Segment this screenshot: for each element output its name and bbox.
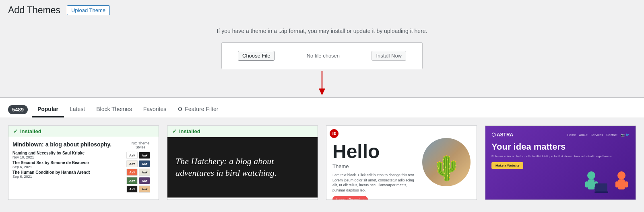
post-title-1: Naming and Necessity by Saul Kripke: [12, 151, 122, 155]
tab-feature-filter[interactable]: ⚙ Feature Filter: [172, 102, 224, 117]
astra-logo-text: ASTRA: [497, 132, 513, 138]
svg-rect-9: [618, 179, 625, 189]
post-date-1: Nov 10, 2021: [12, 155, 122, 159]
theme-count-badge: 5489: [8, 105, 28, 114]
swatch-label: No: Theme Styles: [126, 141, 155, 149]
swatch[interactable]: Aa▾: [126, 160, 138, 167]
swatch[interactable]: Aa▾: [126, 169, 138, 176]
card-4-content: ⬡ ASTRA Home About Services Contact 📷 🐦 …: [485, 126, 636, 200]
launch-project-button[interactable]: Launch Project →: [332, 196, 368, 200]
upload-section: If you have a theme in a .zip format, yo…: [0, 20, 644, 97]
tab-popular[interactable]: Popular: [32, 102, 64, 117]
card-1-content: Mindblown: a blog about philosophy. Nami…: [8, 137, 159, 198]
swatch[interactable]: Aa▾: [139, 160, 150, 167]
astra-logo: ⬡ ASTRA: [491, 132, 513, 138]
upload-box: Choose File No file chosen Install Now: [221, 42, 423, 69]
plant-icon: 🌵: [431, 154, 462, 182]
post-date-3: Sep 6, 2021: [12, 175, 122, 179]
card-2-content: The Hatchery: a blog about adventures in…: [167, 137, 318, 198]
swatch[interactable]: Aa▾: [139, 169, 150, 176]
tab-favorites[interactable]: Favorites: [138, 102, 172, 117]
theme-card-twenty-twenty-one[interactable]: ✓ Installed Mindblown: a blog about phil…: [8, 126, 159, 200]
swatch-row-5: Aa▾ Aa▾: [126, 185, 155, 193]
theme-card-hello[interactable]: IE Hello Theme I am text block. Click ed…: [326, 126, 477, 200]
theme-card-hatchery[interactable]: ✓ Installed The Hatchery: a blog about a…: [167, 126, 318, 200]
svg-rect-7: [594, 191, 608, 193]
card-3-subtitle: Theme: [332, 163, 418, 169]
card-2-title: The Hatchery: a blog about adventures in…: [175, 156, 310, 179]
card-3-main: IE Hello Theme I am text block. Click ed…: [332, 132, 418, 200]
card-4-top-bar: ⬡ ASTRA Home About Services Contact 📷 🐦: [491, 132, 630, 138]
illustration-svg: [579, 163, 636, 200]
upload-theme-button[interactable]: Upload Theme: [67, 5, 110, 15]
swatch[interactable]: Aa▾: [126, 185, 138, 193]
swatch-row-3: Aa▾ Aa▾: [126, 169, 155, 176]
svg-rect-11: [625, 181, 628, 187]
card-1-posts: Naming and Necessity by Saul Kripke Nov …: [12, 151, 122, 179]
card-4-title: Your idea matters: [491, 142, 630, 152]
nav-contact: Contact: [606, 133, 617, 137]
card-3-content: IE Hello Theme I am text block. Click ed…: [326, 126, 477, 200]
theme-card-astra[interactable]: ⬡ ASTRA Home About Services Contact 📷 🐦 …: [485, 126, 636, 200]
themes-grid: ✓ Installed Mindblown: a blog about phil…: [0, 117, 644, 208]
upload-description: If you have a theme in a .zip format, yo…: [8, 28, 636, 34]
card-4-nav: Home About Services Contact 📷 🐦: [567, 133, 630, 137]
page-header: Add Themes Upload Theme: [0, 0, 644, 20]
swatch-row-1: Aa▾ Aa▾: [126, 152, 155, 159]
swatch-row-2: Aa▾ Aa▾: [126, 160, 155, 167]
nav-services: Services: [591, 133, 603, 137]
page-title: Add Themes: [8, 5, 60, 16]
card-1-text: Mindblown: a blog about philosophy. Nami…: [12, 141, 122, 193]
card-1-title: Mindblown: a blog about philosophy.: [12, 141, 122, 148]
tabs-section: 5489 Popular Latest Block Themes Favorit…: [0, 97, 644, 117]
card-4-illustrations: [579, 163, 636, 200]
tab-latest[interactable]: Latest: [64, 102, 91, 117]
feature-filter-label: Feature Filter: [185, 106, 218, 112]
astra-logo-icon: ⬡: [491, 132, 497, 138]
tabs-bar: 5489 Popular Latest Block Themes Favorit…: [8, 98, 636, 117]
post-title-2: The Second Sex by Simone de Beauvoir: [12, 161, 122, 165]
installed-banner-1: ✓ Installed: [8, 126, 159, 137]
swatch-row-4: Aa▾ Aa▾: [126, 177, 155, 184]
arrow-indicator: [8, 69, 636, 97]
svg-rect-10: [615, 181, 619, 187]
swatch[interactable]: Aa▾: [126, 177, 138, 184]
installed-label-1: Installed: [20, 128, 41, 134]
tab-block-themes[interactable]: Block Themes: [91, 102, 137, 117]
installed-banner-2: ✓ Installed: [167, 126, 318, 137]
swatch[interactable]: Aa▾: [139, 177, 150, 184]
elementor-badge: IE: [330, 129, 339, 138]
post-title-3: The Human Condition by Hannah Arendt: [12, 170, 122, 175]
card-3-title: Hello: [332, 142, 418, 161]
swatch[interactable]: Aa▾: [139, 152, 150, 159]
list-item: The Second Sex by Simone de Beauvoir Sep…: [12, 161, 122, 169]
make-website-button[interactable]: Make a Website: [491, 162, 523, 169]
install-now-button[interactable]: Install Now: [372, 51, 406, 61]
installed-label-2: Installed: [179, 128, 200, 134]
card-3-plant-image: 🌵: [422, 138, 471, 186]
svg-rect-6: [595, 183, 607, 191]
list-item: The Human Condition by Hannah Arendt Sep…: [12, 170, 122, 179]
checkmark-icon-2: ✓: [172, 128, 177, 134]
checkmark-icon-1: ✓: [13, 128, 18, 134]
nav-about: About: [579, 133, 588, 137]
svg-point-8: [617, 171, 625, 179]
upload-arrow-icon: [316, 69, 328, 97]
no-file-label: No file chosen: [279, 53, 367, 59]
nav-home: Home: [567, 133, 576, 137]
social-icons: 📷 🐦: [621, 133, 630, 137]
svg-point-2: [587, 171, 595, 179]
svg-rect-3: [588, 179, 594, 189]
svg-marker-1: [319, 89, 325, 95]
swatch[interactable]: Aa▾: [139, 185, 150, 193]
post-date-2: Sep 6, 2021: [12, 165, 122, 169]
swatch[interactable]: Aa▾: [126, 152, 138, 159]
gear-icon: ⚙: [178, 106, 183, 112]
card-3-body: I am text block. Click edit button to ch…: [332, 173, 418, 193]
card-1-swatches: No: Theme Styles Aa▾ Aa▾ Aa▾ Aa▾ Aa▾ Aa▾: [126, 141, 155, 193]
list-item: Naming and Necessity by Saul Kripke Nov …: [12, 151, 122, 159]
svg-rect-4: [585, 181, 588, 187]
card-4-subtitle: Pulvinar enim ac tortor nulla facilisi t…: [491, 154, 630, 158]
choose-file-button[interactable]: Choose File: [238, 51, 275, 61]
